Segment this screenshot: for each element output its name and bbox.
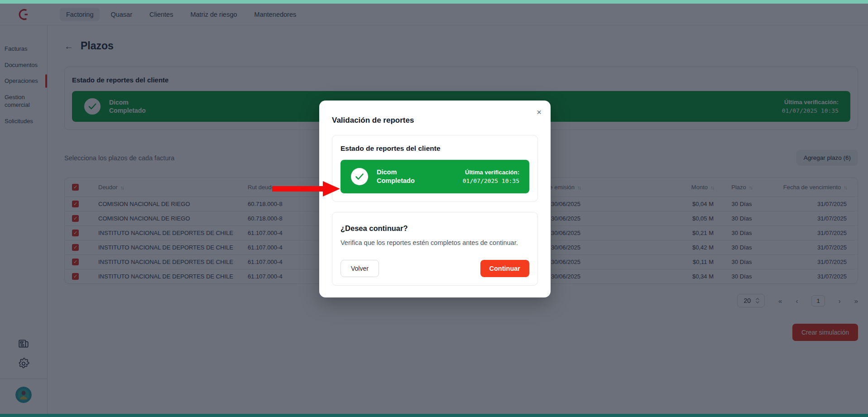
report-name: Dicom: [377, 168, 415, 177]
modal-report-card-title: Estado de reportes del cliente: [340, 144, 529, 153]
modal-confirm-card: ¿Desea continuar? Verifica que los repor…: [332, 212, 538, 286]
back-button[interactable]: Volver: [340, 260, 379, 277]
validation-modal: × Validación de reportes Estado de repor…: [319, 101, 551, 297]
confirm-message: Verifica que los reportes estén completo…: [340, 238, 529, 248]
continue-button[interactable]: Continuar: [480, 260, 529, 277]
top-accent-strip: [0, 0, 868, 4]
bottom-accent-strip: [0, 414, 868, 417]
screen: FactoringQuasarClientesMatriz de riesgoM…: [0, 0, 868, 417]
verification-label: Última verificación:: [463, 168, 519, 177]
verification-value: 01/07/2025 10:35: [463, 177, 519, 186]
confirm-title: ¿Desea continuar?: [340, 224, 529, 233]
banner-texts: Dicom Completado: [377, 168, 415, 185]
confirm-buttons: Volver Continuar: [340, 260, 529, 277]
modal-title: Validación de reportes: [332, 116, 538, 125]
modal-dicom-banner: Dicom Completado Última verificación: 01…: [340, 160, 529, 193]
modal-close-icon[interactable]: ×: [537, 108, 542, 116]
banner-verification: Última verificación: 01/07/2025 10:35: [463, 168, 519, 186]
modal-report-card: Estado de reportes del cliente Dicom Com…: [332, 135, 538, 202]
report-status: Completado: [377, 177, 415, 185]
check-circle-icon: [350, 168, 369, 186]
